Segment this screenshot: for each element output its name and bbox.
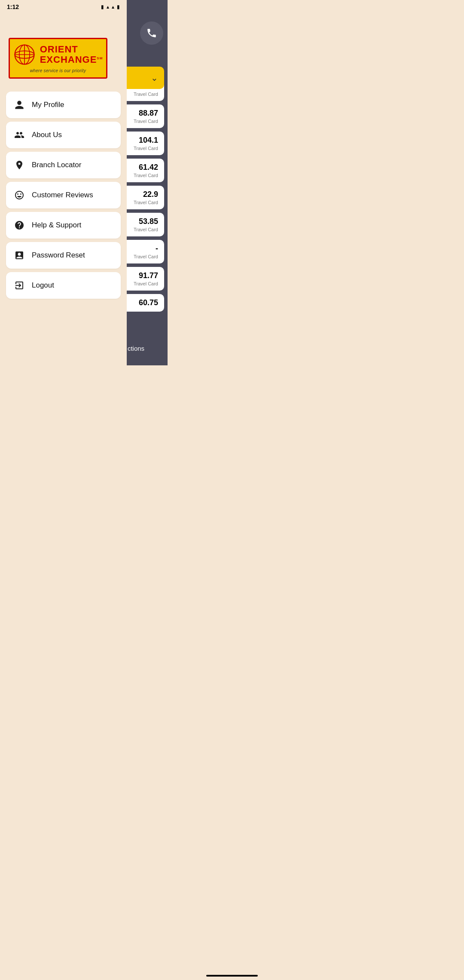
phone-button[interactable] xyxy=(140,21,163,45)
about-icon xyxy=(14,129,25,141)
logo-tagline: where service is our priority xyxy=(30,68,86,73)
sidebar-item-label: Customer Reviews xyxy=(32,191,93,199)
sidebar-item-my-profile[interactable]: My Profile xyxy=(6,92,121,118)
sidebar-item-logout[interactable]: Logout xyxy=(6,272,121,299)
logo-area: ORIENT EXCHANGESM where service is our p… xyxy=(0,12,127,92)
sidebar-item-label: My Profile xyxy=(32,101,64,109)
sidebar-item-label: Help & Support xyxy=(32,221,81,230)
globe-icon xyxy=(13,43,36,66)
sidebar-item-customer-reviews[interactable]: Customer Reviews xyxy=(6,182,121,208)
status-bar: 1:12 ▮ ▴ ▴ ▮ xyxy=(0,0,127,12)
brand-exchange: EXCHANGESM xyxy=(40,55,103,65)
wifi-icon: ▴ xyxy=(107,4,109,10)
sidebar-item-label: About Us xyxy=(32,131,62,139)
sidebar-item-label: Branch Locator xyxy=(32,161,81,169)
person-icon xyxy=(14,99,25,110)
menu-list: My Profile About Us Branch Locator xyxy=(0,92,127,299)
sidebar-item-password-reset[interactable]: Password Reset xyxy=(6,242,121,269)
location-icon xyxy=(14,159,25,171)
logo-top: ORIENT EXCHANGESM xyxy=(13,43,103,66)
notification-icon: ▮ xyxy=(101,4,104,10)
logo-box: ORIENT EXCHANGESM where service is our p… xyxy=(9,38,107,79)
sidebar-item-help-support[interactable]: Help & Support xyxy=(6,212,121,239)
battery-icon: ▮ xyxy=(117,4,120,10)
brand-orient: ORIENT xyxy=(40,44,103,55)
transactions-label: ctions xyxy=(128,345,144,352)
sidebar-item-label: Password Reset xyxy=(32,251,85,260)
sidebar-item-about-us[interactable]: About Us xyxy=(6,122,121,148)
sidebar-drawer: 1:12 ▮ ▴ ▴ ▮ ORIENT xyxy=(0,0,127,365)
status-time: 1:12 xyxy=(7,3,19,10)
sidebar-item-branch-locator[interactable]: Branch Locator xyxy=(6,152,121,178)
logout-icon xyxy=(14,280,25,291)
signal-icon: ▴ xyxy=(112,4,114,10)
password-icon xyxy=(14,250,25,261)
sidebar-item-label: Logout xyxy=(32,281,54,290)
status-icons: ▮ ▴ ▴ ▮ xyxy=(101,4,120,10)
chevron-down-icon: ⌄ xyxy=(151,73,158,83)
help-icon xyxy=(14,220,25,231)
brand-text: ORIENT EXCHANGESM xyxy=(40,44,103,65)
smiley-icon xyxy=(14,190,25,201)
